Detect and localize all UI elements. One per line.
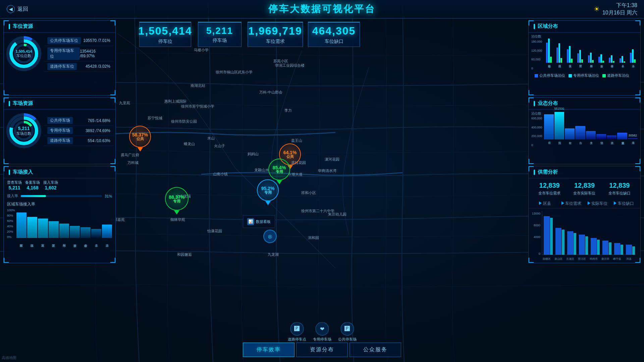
svg-rect-31 bbox=[585, 236, 588, 255]
bottom-icon-public[interactable]: 🅿 公共停车场 bbox=[338, 322, 357, 342]
bar-group-2: 泉山区 bbox=[27, 217, 37, 245]
svg-rect-29 bbox=[562, 230, 565, 255]
sun-icon: ☀ bbox=[594, 5, 600, 13]
map-nav-button[interactable]: ◎ bbox=[263, 230, 277, 243]
lot-item-road: 道路停车场 554 /10.63% bbox=[44, 136, 114, 146]
svg-text:12000: 12000 bbox=[532, 212, 540, 215]
access-bar-groups: 鼓楼区 泉山区 云龙区 贾汪区 邳州市 bbox=[16, 213, 112, 245]
svg-rect-24 bbox=[591, 238, 597, 255]
ri-name-private: 专用停车场车位 bbox=[47, 47, 80, 60]
lot-ri-name-private: 专用停车场 bbox=[47, 127, 73, 134]
date: 10月16日 周六 bbox=[602, 9, 637, 16]
stat-value-gap: 464,305 bbox=[312, 25, 356, 37]
panel-biz-dist: 业态分布 泊位数 600,000 400,000 200,000 0 居住 55… bbox=[528, 97, 641, 164]
ri-val-public: 105570 /7.01% bbox=[83, 38, 110, 43]
bottom-icons: 🅿 道路停车点 ❤ 专用停车场 🅿 公共停车场 bbox=[288, 322, 357, 342]
svg-rect-30 bbox=[574, 233, 576, 255]
resource-item-public: 公共停车场车位 105570 /7.01% bbox=[44, 36, 114, 46]
area-chart-container: 泊位数 180,000 120,000 60,000 0 鼓楼区 bbox=[529, 33, 640, 81]
lot-item-public: 公共停车场 765 /14.68% bbox=[44, 116, 114, 126]
sd-actual: 12,839 全市实际车位 bbox=[573, 182, 595, 196]
back-button[interactable]: ◀ 返回 bbox=[7, 5, 28, 13]
legend-road: 道路停车泊位 bbox=[602, 73, 629, 78]
stat-label-gap: 车位缺口 bbox=[325, 39, 343, 45]
legend-data-icon: 📊 数据看板 bbox=[247, 218, 271, 225]
svg-text:贾汪区: 贾汪区 bbox=[578, 257, 586, 260]
bar-group-9: 沛县 bbox=[102, 225, 112, 245]
bar-group-4: 贾汪区 bbox=[49, 221, 59, 245]
parking-resource-list: 公共停车场车位 105570 /7.01% 专用停车场车位 1354416 /8… bbox=[44, 35, 114, 72]
panel-lot-access-title: 车场接入 bbox=[4, 166, 115, 178]
map-marker-5[interactable]: 95.2% 专用 bbox=[257, 179, 279, 205]
time-display: 下午1:38 10月16日 周六 bbox=[602, 2, 637, 17]
sd-chart-svg: 12000 8000 4000 0 鼓楼区 泉山区 云龙区 bbox=[532, 211, 636, 261]
sd-table-header: 区县 车位需求 实际车位 车位缺口 bbox=[529, 199, 640, 208]
lot-donut: 5,211 车场总数 bbox=[5, 112, 42, 149]
parking-resource-content: 1,505,414 车位总数 公共停车场车位 105570 /7.01% 专用停… bbox=[4, 33, 115, 75]
area-y-label: 泊位数 bbox=[531, 34, 638, 39]
time: 下午1:38 bbox=[602, 2, 637, 9]
svg-rect-21 bbox=[555, 228, 561, 255]
svg-text:8000: 8000 bbox=[534, 224, 540, 227]
tab-public-service[interactable]: 公众服务 bbox=[350, 343, 401, 357]
panel-biz-dist-title: 业态分布 bbox=[529, 98, 640, 110]
lot-ri-name-road: 道路停车场 bbox=[47, 137, 73, 144]
lot-donut-center: 5,211 车场总数 bbox=[16, 126, 31, 136]
private-parking-icon: ❤ bbox=[315, 322, 329, 336]
svg-text:0: 0 bbox=[539, 252, 540, 255]
back-label: 返回 bbox=[17, 6, 28, 13]
panel-parking-resource-title: 车位资源 bbox=[4, 20, 115, 33]
panel-area-dist: 区域分布 泊位数 180,000 120,000 60,000 0 鼓楼区 bbox=[528, 20, 641, 96]
biz-chart-container: 泊位数 600,000 400,000 200,000 0 居住 551531 … bbox=[529, 110, 640, 148]
tri-icon-4 bbox=[614, 201, 616, 205]
lot-resource-content: 5,211 车场总数 公共停车场 765 /14.68% 专用停车场 3892 … bbox=[4, 110, 115, 152]
area-bar-groups: 鼓楼区 泉山区 云龙区 bbox=[544, 40, 638, 70]
resource-item-road: 道路停车车位 45428 /3.02% bbox=[44, 62, 114, 72]
bar-group-1: 鼓楼区 bbox=[16, 213, 26, 245]
road-parking-icon: 🅿 bbox=[290, 322, 304, 336]
stat-card-gap: 464,305 车位缺口 bbox=[308, 22, 360, 47]
bottom-tabs: 停车效率 资源分布 公众服务 bbox=[243, 343, 401, 357]
svg-text:4000: 4000 bbox=[534, 235, 540, 239]
tri-icon-2 bbox=[561, 201, 564, 205]
map-marker-4[interactable]: 88.37% 专用 bbox=[165, 187, 189, 215]
svg-rect-34 bbox=[621, 245, 623, 255]
biz-chart: 600,000 400,000 200,000 0 居住 551531 医院 bbox=[531, 117, 638, 147]
public-parking-icon: 🅿 bbox=[340, 322, 354, 336]
progress-inner bbox=[21, 195, 46, 197]
datetime: ☀ 下午1:38 10月16日 周六 bbox=[594, 2, 637, 17]
svg-text:鼓楼区: 鼓楼区 bbox=[543, 257, 551, 260]
lot-ri-val-road: 554 /10.63% bbox=[88, 138, 110, 143]
sd-demand: 12,839 全市车位需求 bbox=[538, 182, 560, 196]
bar-group-3: 云龙区 bbox=[38, 219, 48, 245]
ri-val-road: 45428 /3.02% bbox=[86, 64, 110, 69]
tri-icon-3 bbox=[588, 201, 590, 205]
svg-rect-26 bbox=[614, 243, 620, 255]
lot-item-private: 专用停车场 3892 /74.69% bbox=[44, 126, 114, 136]
svg-text:沛县: 沛县 bbox=[626, 257, 632, 260]
map-marker-1[interactable]: 58.37% 公共 bbox=[129, 126, 151, 152]
bar-group-6: 新沂市 bbox=[70, 226, 80, 245]
stat-value-spots: 1,505,414 bbox=[138, 25, 192, 37]
panel-lot-resource: 车场资源 5,211 车场总数 公共停车场 765 /14.68% bbox=[3, 97, 116, 164]
panel-parking-resource: 车位资源 1,505,414 车位总数 bbox=[3, 20, 116, 96]
svg-rect-35 bbox=[632, 246, 635, 255]
lot-ri-name-public: 公共停车场 bbox=[47, 117, 73, 124]
panel-supply-demand: 供需分析 12,839 全市车位需求 12,839 全市实际车位 12,839 … bbox=[528, 166, 641, 263]
tab-parking-efficiency[interactable]: 停车效率 bbox=[243, 343, 294, 357]
page-title: 停车大数据可视化平台 bbox=[268, 3, 376, 15]
tab-resource-dist[interactable]: 资源分布 bbox=[296, 343, 348, 357]
watermark: 高德地图 bbox=[2, 355, 16, 360]
svg-rect-27 bbox=[626, 245, 632, 255]
header: ◀ 返回 停车大数据可视化平台 ☀ 下午1:38 10月16日 周六 bbox=[0, 0, 644, 18]
svg-rect-32 bbox=[597, 240, 600, 255]
stat-value-lots: 5,211 bbox=[206, 25, 233, 36]
panel-lot-resource-title: 车场资源 bbox=[4, 98, 115, 110]
stat-connected: 接入车场 1,602 bbox=[43, 180, 58, 190]
bottom-icon-road[interactable]: 🅿 道路停车点 bbox=[288, 322, 306, 342]
stat-card-demand: 1,969,719 车位需求 bbox=[248, 22, 303, 47]
sd-chart: 12000 8000 4000 0 鼓楼区 泉山区 云龙区 bbox=[529, 208, 640, 265]
svg-text:云龙区: 云龙区 bbox=[566, 257, 574, 260]
svg-rect-28 bbox=[550, 218, 553, 255]
bottom-icon-private[interactable]: ❤ 专用停车场 bbox=[313, 322, 331, 342]
